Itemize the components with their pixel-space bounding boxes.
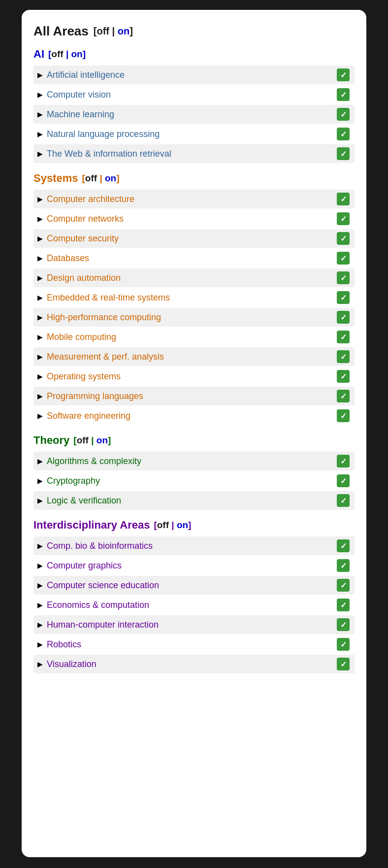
arrow-icon: ▶: [37, 621, 43, 629]
theory-off-link[interactable]: off: [77, 435, 89, 445]
arrow-icon: ▶: [37, 274, 43, 282]
checkbox-id-2[interactable]: [337, 559, 350, 572]
area-label[interactable]: Visualization: [47, 659, 97, 669]
area-label[interactable]: Measurement & perf. analysis: [47, 352, 164, 362]
checkbox-ai-5[interactable]: [337, 147, 350, 160]
area-label[interactable]: Artificial intelligence: [47, 70, 125, 80]
systems-off-link[interactable]: off: [85, 173, 97, 183]
area-label[interactable]: Programming languages: [47, 391, 143, 401]
all-areas-off-link[interactable]: off: [97, 26, 109, 36]
systems-area-list: ▶ Computer architecture ▶ Computer netwo…: [33, 190, 355, 425]
list-item: ▶ Embedded & real-time systems: [33, 288, 355, 307]
area-label[interactable]: Cryptography: [47, 476, 100, 486]
list-item: ▶ Artificial intelligence: [33, 66, 355, 84]
checkbox-id-3[interactable]: [337, 579, 350, 592]
list-item: ▶ Computer science education: [33, 576, 355, 595]
checkbox-sys-5[interactable]: [337, 271, 350, 284]
all-areas-title: All Areas: [33, 24, 89, 39]
list-item: ▶ Human-computer interaction: [33, 615, 355, 634]
arrow-icon: ▶: [37, 294, 43, 301]
checkbox-sys-7[interactable]: [337, 311, 350, 324]
all-areas-header: All Areas [off | on]: [33, 24, 355, 39]
area-label[interactable]: Machine learning: [47, 109, 114, 120]
area-label[interactable]: Algorithms & complexity: [47, 456, 141, 467]
list-item: ▶ Programming languages: [33, 387, 355, 405]
area-label[interactable]: Software engineering: [47, 411, 130, 421]
area-label[interactable]: Economics & computation: [47, 600, 149, 610]
list-item: ▶ Measurement & perf. analysis: [33, 347, 355, 366]
area-label[interactable]: Computer science education: [47, 580, 159, 591]
checkbox-th-1[interactable]: [337, 455, 350, 467]
arrow-icon: ▶: [37, 457, 43, 465]
list-item: ▶ Robotics: [33, 635, 355, 654]
ai-off-link[interactable]: off: [51, 49, 63, 59]
area-label[interactable]: Operating systems: [47, 371, 121, 382]
interdisciplinary-on-link[interactable]: on: [177, 520, 188, 530]
checkbox-sys-9[interactable]: [337, 350, 350, 363]
interdisciplinary-toggle: [off | on]: [154, 520, 191, 531]
area-label[interactable]: Human-computer interaction: [47, 620, 159, 630]
checkbox-id-6[interactable]: [337, 638, 350, 651]
checkbox-th-3[interactable]: [337, 494, 350, 507]
checkbox-sys-3[interactable]: [337, 232, 350, 245]
arrow-icon: ▶: [37, 150, 43, 158]
area-label[interactable]: Computer networks: [47, 214, 124, 224]
area-label[interactable]: Design automation: [47, 273, 121, 283]
checkbox-th-2[interactable]: [337, 474, 350, 487]
area-label[interactable]: Databases: [47, 253, 89, 264]
area-label[interactable]: Computer security: [47, 234, 119, 244]
arrow-icon: ▶: [37, 353, 43, 361]
checkbox-sys-4[interactable]: [337, 252, 350, 265]
checkbox-id-1[interactable]: [337, 539, 350, 552]
area-label[interactable]: Computer architecture: [47, 194, 134, 204]
checkbox-sys-10[interactable]: [337, 370, 350, 383]
area-label[interactable]: Comp. bio & bioinformatics: [47, 541, 153, 551]
checkbox-id-7[interactable]: [337, 658, 350, 670]
checkbox-ai-3[interactable]: [337, 108, 350, 121]
checkbox-sys-2[interactable]: [337, 212, 350, 225]
area-label[interactable]: Computer graphics: [47, 561, 122, 571]
checkbox-sys-11[interactable]: [337, 390, 350, 402]
area-label[interactable]: Robotics: [47, 639, 81, 650]
arrow-icon: ▶: [37, 392, 43, 400]
area-label[interactable]: Embedded & real-time systems: [47, 293, 170, 303]
checkbox-ai-4[interactable]: [337, 128, 350, 140]
arrow-icon: ▶: [37, 660, 43, 668]
interdisciplinary-area-list: ▶ Comp. bio & bioinformatics ▶ Computer …: [33, 536, 355, 673]
checkbox-sys-12[interactable]: [337, 409, 350, 422]
section-theory-name: Theory: [33, 434, 69, 447]
checkbox-id-4[interactable]: [337, 599, 350, 611]
checkbox-ai-1[interactable]: [337, 68, 350, 81]
area-label[interactable]: High-performance computing: [47, 312, 161, 323]
area-label[interactable]: The Web & information retrieval: [47, 149, 171, 159]
checkbox-sys-1[interactable]: [337, 193, 350, 205]
area-label[interactable]: Natural language processing: [47, 129, 160, 139]
list-item: ▶ Software engineering: [33, 406, 355, 425]
list-item: ▶ Economics & computation: [33, 596, 355, 614]
arrow-icon: ▶: [37, 91, 43, 99]
checkbox-sys-8[interactable]: [337, 331, 350, 343]
section-header-ai: AI [off | on]: [33, 48, 355, 61]
checkbox-sys-6[interactable]: [337, 291, 350, 304]
area-label[interactable]: Mobile computing: [47, 332, 116, 342]
arrow-icon: ▶: [37, 542, 43, 550]
section-systems-name: Systems: [33, 172, 78, 185]
theory-on-link[interactable]: on: [97, 435, 108, 445]
ai-area-list: ▶ Artificial intelligence ▶ Computer vis…: [33, 66, 355, 163]
interdisciplinary-off-link[interactable]: off: [157, 520, 169, 530]
checkbox-ai-2[interactable]: [337, 88, 350, 101]
section-interdisciplinary-name: Interdisciplinary Areas: [33, 519, 150, 532]
list-item: ▶ Design automation: [33, 268, 355, 287]
list-item: ▶ Computer networks: [33, 209, 355, 228]
checkbox-id-5[interactable]: [337, 618, 350, 631]
all-areas-on-link[interactable]: on: [118, 26, 129, 36]
area-label[interactable]: Logic & verification: [47, 496, 121, 506]
arrow-icon: ▶: [37, 110, 43, 118]
list-item: ▶ Mobile computing: [33, 328, 355, 346]
list-item: ▶ Computer vision: [33, 85, 355, 104]
area-label[interactable]: Computer vision: [47, 90, 111, 100]
systems-on-link[interactable]: on: [105, 173, 116, 183]
section-header-systems: Systems [off | on]: [33, 172, 355, 185]
ai-on-link[interactable]: on: [71, 49, 82, 59]
systems-toggle: [off | on]: [82, 173, 120, 184]
